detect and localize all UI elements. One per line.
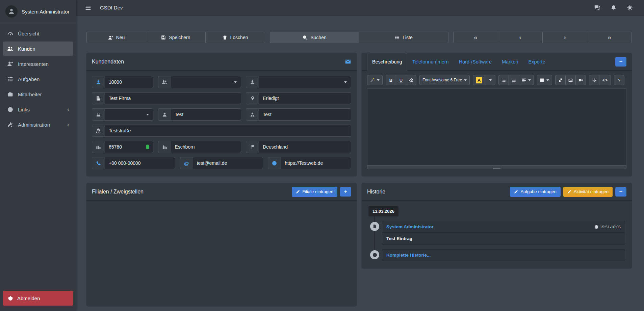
customer-group-field (158, 76, 241, 88)
last-page-button[interactable]: » (587, 32, 632, 43)
logout-button[interactable]: Abmelden (3, 291, 73, 306)
first-name-input[interactable] (171, 108, 241, 121)
zip-input[interactable] (105, 144, 145, 150)
collapse-card-button[interactable]: − (615, 57, 626, 67)
first-page-button[interactable]: « (453, 32, 498, 43)
save-icon (161, 35, 166, 40)
table-button[interactable] (537, 75, 552, 85)
collapse-history-button[interactable]: − (615, 187, 626, 197)
clear-format-button[interactable] (406, 75, 416, 85)
bell-icon[interactable] (611, 5, 617, 11)
chat-icon[interactable] (594, 4, 600, 11)
link-icon (558, 78, 563, 82)
video-icon (578, 78, 583, 82)
add-branch-plus-button[interactable]: + (340, 187, 351, 197)
sidebar-item-administration[interactable]: Administration ‹ (3, 118, 73, 132)
new-button[interactable]: Neu (86, 32, 146, 43)
sidebar-item-label: Administration (18, 122, 50, 128)
list-button[interactable]: Liste (359, 32, 448, 43)
phone-input[interactable] (105, 157, 175, 169)
customer-group-select[interactable] (171, 76, 241, 88)
sidebar-item-mitarbeiter[interactable]: Mitarbeiter (3, 87, 73, 101)
prev-page-button[interactable]: ‹ (498, 32, 543, 43)
crud-button-group: Neu Speichern Löschen (86, 32, 265, 43)
magic-style-button[interactable] (367, 75, 383, 85)
list-icon (7, 76, 14, 82)
right-column: Beschreibung Telefonnummern Hard-/Softwa… (362, 53, 632, 268)
caret-down-icon (234, 81, 237, 83)
company-input[interactable] (105, 92, 241, 104)
sidebar-item-aufgaben[interactable]: Aufgaben (3, 72, 73, 86)
birthday-select[interactable] (105, 108, 153, 121)
sidebar-item-kunden[interactable]: Kunden (3, 42, 73, 56)
tab-hard-software[interactable]: Hard-/Software (454, 53, 497, 71)
fullscreen-button[interactable] (589, 75, 599, 85)
entry-author-link[interactable]: System Administrator (386, 224, 434, 229)
status-input[interactable] (259, 92, 351, 104)
tab-exporte[interactable]: Exporte (523, 53, 550, 71)
editor-resize-handle[interactable] (367, 165, 626, 169)
next-page-button[interactable]: › (542, 32, 587, 43)
city-group (158, 141, 241, 153)
sidebar-item-interessenten[interactable]: Interessenten (3, 57, 73, 71)
gear-icon[interactable] (627, 5, 633, 11)
logout-label: Abmelden (17, 295, 40, 301)
add-activity-button[interactable]: Aktivität eintragen (563, 187, 613, 197)
tabs-header: Beschreibung Telefonnummern Hard-/Softwa… (362, 53, 632, 71)
add-task-button[interactable]: Aufgabe eintragen (510, 187, 560, 197)
city-input[interactable] (171, 141, 241, 153)
clock-icon (370, 250, 379, 259)
tab-beschreibung[interactable]: Beschreibung (367, 53, 407, 71)
map-icon[interactable] (145, 144, 150, 150)
action-toolbar: Neu Speichern Löschen (86, 32, 632, 43)
menu-toggle-icon[interactable] (85, 5, 91, 11)
font-family-button[interactable]: Font Awesome 6 Free (419, 75, 470, 85)
map-marker-icon (246, 92, 259, 104)
add-branch-button[interactable]: Filiale eintragen (292, 187, 337, 197)
complete-history-link[interactable]: Komplette Historie... (382, 250, 625, 261)
buildings-icon (158, 141, 171, 153)
flag-icon (246, 141, 259, 153)
save-button[interactable]: Speichern (146, 32, 206, 43)
tab-marken[interactable]: Marken (497, 53, 523, 71)
search-button[interactable]: Suchen (270, 32, 359, 43)
paragraph-align-button[interactable] (519, 75, 534, 85)
timeline-entry-card: Komplette Historie... (382, 249, 625, 261)
grip-icon (493, 167, 500, 168)
sidebar-nav: Übersicht Kunden Interessenten Aufgaben (0, 23, 76, 291)
email-input[interactable] (193, 157, 263, 169)
delete-button[interactable]: Löschen (205, 32, 265, 43)
unordered-list-button[interactable] (498, 75, 509, 85)
history-card: Historie Aufgabe eintragen (362, 183, 632, 268)
cake-icon (92, 108, 105, 121)
insert-video-button[interactable] (575, 75, 586, 85)
insert-link-button[interactable] (555, 75, 566, 85)
gauge-icon (7, 31, 14, 36)
timeline-date-badge: 13.03.2026 (368, 206, 398, 216)
customer-number-input[interactable] (105, 76, 153, 88)
font-color-button[interactable]: A (473, 75, 485, 85)
user-panel: System Administrator (0, 0, 76, 23)
ordered-list-button[interactable] (509, 75, 519, 85)
code-view-button[interactable]: </> (599, 75, 611, 85)
help-button[interactable]: ? (614, 75, 624, 85)
insert-image-button[interactable] (565, 75, 576, 85)
bold-button[interactable]: B (386, 75, 396, 85)
paragraph-group (498, 75, 534, 85)
caret-down-icon (146, 114, 149, 115)
street-input[interactable] (105, 125, 351, 137)
website-input[interactable] (281, 157, 351, 169)
tab-telefonnummern[interactable]: Telefonnummern (407, 53, 454, 71)
last-name-input[interactable] (259, 108, 351, 121)
rich-text-editor[interactable] (367, 88, 626, 165)
contact-person-select[interactable] (259, 76, 351, 88)
underline-button[interactable]: U (396, 75, 406, 85)
envelope-icon[interactable] (345, 58, 351, 65)
country-input[interactable] (259, 141, 351, 153)
navbar-right (594, 4, 633, 11)
font-color-caret-button[interactable] (485, 75, 495, 85)
caret-down-icon (489, 79, 492, 81)
sidebar-item-links[interactable]: Links ‹ (3, 102, 73, 116)
sidebar-item-uebersicht[interactable]: Übersicht (3, 26, 73, 41)
email-group: @ (180, 157, 263, 169)
